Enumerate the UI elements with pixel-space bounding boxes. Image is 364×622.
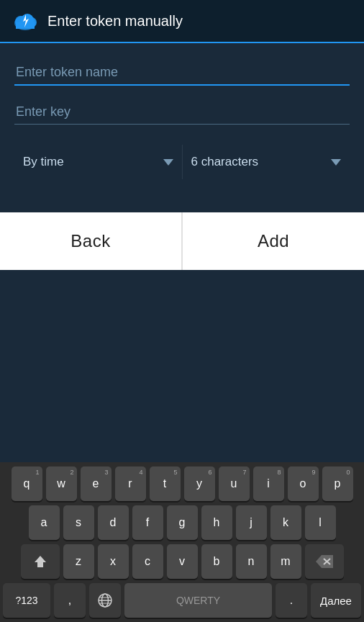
backspace-icon bbox=[316, 555, 333, 568]
characters-dropdown-label: 6 characters bbox=[191, 155, 259, 169]
key-s[interactable]: s bbox=[63, 505, 94, 540]
form-container: By time 6 characters bbox=[0, 43, 364, 191]
keyboard-row-1: 1q 2w 3e 4r 5t 6y 7u 8i 9o 0p bbox=[3, 466, 361, 501]
key-v[interactable]: v bbox=[167, 544, 198, 579]
shift-key[interactable] bbox=[21, 544, 60, 579]
spacer bbox=[0, 191, 364, 212]
key-p[interactable]: 0p bbox=[322, 466, 353, 501]
keyboard-row-3: z x c v b n m bbox=[3, 544, 361, 579]
period-key[interactable]: . bbox=[276, 583, 307, 618]
key-e[interactable]: 3e bbox=[81, 466, 112, 501]
enter-key[interactable]: Далее bbox=[311, 583, 361, 618]
back-button[interactable]: Back bbox=[0, 212, 183, 270]
time-dropdown-arrow-icon bbox=[163, 159, 173, 166]
key-z[interactable]: z bbox=[63, 544, 94, 579]
key-a[interactable]: a bbox=[29, 505, 60, 540]
svg-marker-7 bbox=[316, 555, 333, 568]
options-row: By time 6 characters bbox=[14, 145, 350, 179]
comma-key[interactable]: , bbox=[54, 583, 86, 618]
shift-icon bbox=[32, 554, 48, 569]
key-l[interactable]: l bbox=[305, 505, 336, 540]
key-g[interactable]: g bbox=[167, 505, 198, 540]
key-o[interactable]: 9o bbox=[288, 466, 319, 501]
numbers-key[interactable]: ?123 bbox=[3, 583, 50, 618]
key-r[interactable]: 4r bbox=[115, 466, 146, 501]
action-buttons: Back Add bbox=[0, 212, 364, 270]
key-x[interactable]: x bbox=[98, 544, 129, 579]
app-logo bbox=[12, 7, 39, 35]
key-y[interactable]: 6y bbox=[184, 466, 215, 501]
keyboard: 1q 2w 3e 4r 5t 6y 7u 8i 9o 0p a s bbox=[0, 462, 364, 622]
key-c[interactable]: c bbox=[132, 544, 163, 579]
key-w[interactable]: 2w bbox=[46, 466, 77, 501]
key-b[interactable]: b bbox=[201, 544, 232, 579]
key-q[interactable]: 1q bbox=[12, 466, 42, 501]
key-input[interactable] bbox=[14, 100, 350, 125]
token-name-input[interactable] bbox=[14, 60, 350, 86]
svg-marker-6 bbox=[35, 556, 46, 567]
time-dropdown-label: By time bbox=[23, 155, 64, 169]
key-i[interactable]: 8i bbox=[253, 466, 284, 501]
key-k[interactable]: k bbox=[270, 505, 301, 540]
characters-dropdown-arrow-icon bbox=[331, 159, 341, 166]
key-h[interactable]: h bbox=[201, 505, 232, 540]
key-u[interactable]: 7u bbox=[219, 466, 250, 501]
key-j[interactable]: j bbox=[236, 505, 267, 540]
add-button[interactable]: Add bbox=[183, 212, 364, 270]
characters-dropdown[interactable]: 6 characters bbox=[183, 145, 350, 179]
keyboard-row-4: ?123 , QWERTY . Далее bbox=[3, 583, 361, 618]
globe-icon bbox=[97, 592, 113, 608]
key-n[interactable]: n bbox=[236, 544, 267, 579]
key-t[interactable]: 5t bbox=[150, 466, 181, 501]
page-title: Enter token manually bbox=[47, 13, 183, 30]
time-dropdown[interactable]: By time bbox=[14, 145, 183, 179]
app-header: Enter token manually bbox=[0, 0, 364, 43]
space-key[interactable]: QWERTY bbox=[124, 583, 272, 618]
key-f[interactable]: f bbox=[132, 505, 163, 540]
globe-key[interactable] bbox=[89, 583, 121, 618]
keyboard-row-2: a s d f g h j k l bbox=[3, 505, 361, 540]
backspace-key[interactable] bbox=[305, 544, 344, 579]
key-m[interactable]: m bbox=[270, 544, 301, 579]
key-d[interactable]: d bbox=[98, 505, 129, 540]
